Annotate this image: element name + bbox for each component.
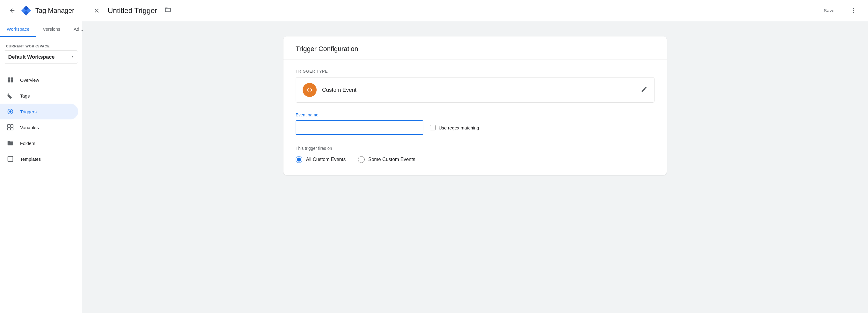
close-button[interactable] xyxy=(91,5,103,17)
app-logo xyxy=(20,5,32,17)
radio-all-events[interactable] xyxy=(296,156,302,163)
edit-trigger-type-icon[interactable] xyxy=(641,86,648,94)
current-workspace-label: CURRENT WORKSPACE xyxy=(0,37,82,50)
folder-icon-button[interactable] xyxy=(162,4,174,17)
templates-label: Templates xyxy=(20,156,41,162)
tags-icon xyxy=(6,92,14,100)
workspace-selector[interactable]: Default Workspace › xyxy=(4,50,78,64)
nav-item-templates[interactable]: Templates xyxy=(0,151,78,167)
trigger-type-label: Trigger Type xyxy=(296,69,654,74)
tab-workspace[interactable]: Workspace xyxy=(0,21,36,37)
svg-rect-4 xyxy=(11,80,13,82)
regex-row: Use regex matching xyxy=(430,125,479,130)
back-button[interactable] xyxy=(5,4,19,17)
svg-rect-7 xyxy=(8,125,10,127)
radio-all-label: All Custom Events xyxy=(306,157,346,162)
nav-item-variables[interactable]: Variables xyxy=(0,119,78,135)
tab-versions[interactable]: Versions xyxy=(36,21,67,37)
radio-some-label: Some Custom Events xyxy=(368,157,415,162)
config-title: Trigger Configuration xyxy=(296,45,358,53)
triggers-icon xyxy=(6,107,14,116)
svg-point-13 xyxy=(853,10,854,11)
chevron-right-icon: › xyxy=(72,54,73,60)
variables-label: Variables xyxy=(20,125,39,130)
sidebar: Tag Manager Workspace Versions Ad... CUR… xyxy=(0,0,82,313)
folders-label: Folders xyxy=(20,141,35,146)
app-title: Tag Manager xyxy=(35,7,74,14)
templates-icon xyxy=(6,155,14,163)
regex-matching-label: Use regex matching xyxy=(439,125,479,130)
event-name-input[interactable] xyxy=(296,120,423,135)
triggers-label: Triggers xyxy=(20,109,36,114)
trigger-type-name: Custom Event xyxy=(322,87,356,93)
overview-icon xyxy=(6,76,14,84)
config-card: Trigger Configuration Trigger Type Custo… xyxy=(283,36,666,175)
config-card-body: Trigger Type Custom Event xyxy=(283,60,666,175)
svg-rect-9 xyxy=(8,128,10,130)
svg-point-12 xyxy=(853,8,854,9)
svg-point-14 xyxy=(853,12,854,13)
folders-icon xyxy=(6,139,14,147)
main-area: Untitled Trigger Save Trigger Configurat… xyxy=(82,0,868,313)
variables-icon xyxy=(6,123,14,132)
svg-rect-10 xyxy=(11,128,13,130)
nav-item-tags[interactable]: Tags xyxy=(0,88,78,104)
nav-item-triggers[interactable]: Triggers xyxy=(0,104,78,119)
svg-rect-2 xyxy=(11,77,13,80)
nav-item-folders[interactable]: Folders xyxy=(0,135,78,151)
svg-rect-3 xyxy=(8,80,10,82)
regex-matching-checkbox[interactable] xyxy=(430,125,436,130)
tab-admin[interactable]: Ad... xyxy=(67,21,90,37)
svg-rect-1 xyxy=(8,77,10,80)
topbar-right: Save xyxy=(816,5,860,17)
trigger-type-selector[interactable]: Custom Event xyxy=(296,77,654,103)
fires-on-label: This trigger fires on xyxy=(296,146,654,151)
nav-item-overview[interactable]: Overview xyxy=(0,72,78,88)
custom-event-icon xyxy=(303,83,317,97)
workspace-name: Default Workspace xyxy=(8,54,55,60)
event-name-row: Use regex matching xyxy=(296,120,654,135)
sidebar-tabs: Workspace Versions Ad... xyxy=(0,21,82,37)
radio-option-some[interactable]: Some Custom Events xyxy=(358,156,415,163)
radio-some-events[interactable] xyxy=(358,156,365,163)
overview-label: Overview xyxy=(20,77,39,83)
topbar-left: Untitled Trigger xyxy=(91,4,174,17)
radio-options: All Custom Events Some Custom Events xyxy=(296,156,654,163)
more-options-button[interactable] xyxy=(847,5,860,17)
nav-items: Overview Tags Triggers xyxy=(0,72,82,167)
tags-label: Tags xyxy=(20,93,30,99)
config-card-header: Trigger Configuration xyxy=(283,36,666,60)
svg-point-6 xyxy=(9,110,11,112)
sidebar-header: Tag Manager xyxy=(0,0,82,21)
trigger-type-left: Custom Event xyxy=(303,83,356,97)
radio-option-all[interactable]: All Custom Events xyxy=(296,156,346,163)
svg-rect-11 xyxy=(8,156,13,162)
save-button[interactable]: Save xyxy=(816,5,842,16)
svg-rect-8 xyxy=(11,125,13,127)
event-name-label: Event name xyxy=(296,112,654,117)
trigger-title: Untitled Trigger xyxy=(108,6,157,15)
topbar: Untitled Trigger Save xyxy=(82,0,868,21)
content-area: Trigger Configuration Trigger Type Custo… xyxy=(82,21,868,313)
fires-on-section: This trigger fires on All Custom Events … xyxy=(296,146,654,163)
event-name-section: Event name Use regex matching xyxy=(296,112,654,135)
